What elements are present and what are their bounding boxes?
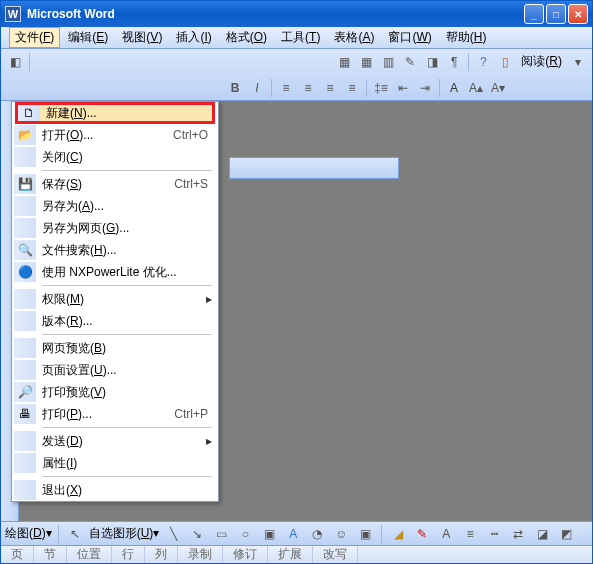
arrow-icon[interactable]: ↘ — [187, 524, 207, 544]
menu-separator — [42, 476, 212, 477]
title-text: Microsoft Word — [27, 7, 115, 21]
separator — [271, 79, 272, 97]
menu-w[interactable]: 窗口(W) — [382, 27, 437, 48]
shadow-icon[interactable]: ◪ — [532, 524, 552, 544]
menu-separator — [42, 427, 212, 428]
menu-item-S[interactable]: 💾保存(S)Ctrl+S — [12, 173, 218, 195]
menu-t[interactable]: 工具(T) — [275, 27, 326, 48]
help-icon[interactable]: ? — [473, 52, 493, 72]
indent-left-icon[interactable]: ⇤ — [393, 78, 413, 98]
menu-i[interactable]: 插入(I) — [170, 27, 217, 48]
separator — [381, 525, 382, 543]
font-color-draw-icon[interactable]: A — [436, 524, 456, 544]
separator — [439, 79, 440, 97]
dash-style-icon[interactable]: ┅ — [484, 524, 504, 544]
picture-icon[interactable]: ▣ — [355, 524, 375, 544]
rectangle-icon[interactable]: ▭ — [211, 524, 231, 544]
menu-item-P[interactable]: 🖶打印(P)...Ctrl+P — [12, 403, 218, 425]
draw-menu-button[interactable]: 绘图(D)▾ — [5, 525, 52, 542]
fill-color-icon[interactable]: ◢ — [388, 524, 408, 544]
menu-item-label: 保存(S) — [42, 176, 168, 193]
submenu-arrow-icon: ▶ — [206, 295, 212, 304]
menubar: 文件(F)编辑(E)视图(V)插入(I)格式(O)工具(T)表格(A)窗口(W)… — [1, 27, 592, 49]
grow-font-icon[interactable]: A▴ — [466, 78, 486, 98]
menu-item-N[interactable]: 🗋新建(N)... — [15, 102, 215, 124]
dropdown-icon[interactable]: ▾ — [568, 52, 588, 72]
columns-icon[interactable]: ▥ — [378, 52, 398, 72]
menu-item-I[interactable]: 属性(I) — [12, 452, 218, 474]
italic-button[interactable]: I — [247, 78, 267, 98]
menu-item-H[interactable]: 🔍文件搜索(H)... — [12, 239, 218, 261]
bold-button[interactable]: B — [225, 78, 245, 98]
toolbar-placeholder-icon[interactable]: ◧ — [5, 52, 25, 72]
select-objects-icon[interactable]: ↖ — [65, 524, 85, 544]
menu-item-O[interactable]: 📂打开(O)...Ctrl+O — [12, 124, 218, 146]
menu-item-label: 版本(R)... — [42, 313, 212, 330]
line-icon[interactable]: ╲ — [163, 524, 183, 544]
close-button[interactable]: ✕ — [568, 4, 588, 24]
line-color-icon[interactable]: ✎ — [412, 524, 432, 544]
menu-item-label: 发送(D) — [42, 433, 200, 450]
menu-item-D[interactable]: 发送(D)▶ — [12, 430, 218, 452]
menu-item-label: 属性(I) — [42, 455, 212, 472]
print-icon: 🖶 — [14, 404, 36, 424]
floating-toolbar[interactable] — [229, 157, 399, 179]
autoshapes-menu-button[interactable]: 自选图形(U)▾ — [89, 525, 160, 542]
menu-item-V[interactable]: 🔎打印预览(V) — [12, 381, 218, 403]
line-style-icon[interactable]: ≡ — [460, 524, 480, 544]
menu-item-label: 网页预览(B) — [42, 340, 212, 357]
textbox-icon[interactable]: ▣ — [259, 524, 279, 544]
menu-item-shortcut: Ctrl+P — [174, 407, 208, 421]
menu-item-label: 另存为网页(G)... — [42, 220, 212, 237]
menu-o[interactable]: 格式(O) — [220, 27, 273, 48]
shrink-font-icon[interactable]: A▾ — [488, 78, 508, 98]
menu-separator — [42, 170, 212, 171]
drawing-toggle-icon[interactable]: ✎ — [400, 52, 420, 72]
align-center-icon[interactable]: ≡ — [298, 78, 318, 98]
maximize-button[interactable]: □ — [546, 4, 566, 24]
menu-item-C[interactable]: 关闭(C) — [12, 146, 218, 168]
blank-icon — [14, 431, 36, 451]
table-icon[interactable]: ▦ — [334, 52, 354, 72]
menu-item-U[interactable]: 页面设置(U)... — [12, 359, 218, 381]
menu-item-B[interactable]: 网页预览(B) — [12, 337, 218, 359]
menu-v[interactable]: 视图(V) — [116, 27, 168, 48]
align-left-icon[interactable]: ≡ — [276, 78, 296, 98]
menu-a[interactable]: 表格(A) — [328, 27, 380, 48]
menu-item-A[interactable]: 另存为(A)... — [12, 195, 218, 217]
blank-icon — [14, 453, 36, 473]
show-all-icon[interactable]: ¶ — [444, 52, 464, 72]
align-justify-icon[interactable]: ≡ — [342, 78, 362, 98]
font-color-icon[interactable]: A — [444, 78, 464, 98]
status-cell: 页 — [1, 546, 34, 563]
excel-icon[interactable]: ▦ — [356, 52, 376, 72]
menu-h[interactable]: 帮助(H) — [440, 27, 493, 48]
menu-item-使用 NXPowerLite 优化...[interactable]: 🔵使用 NXPowerLite 优化... — [12, 261, 218, 283]
clipart-icon[interactable]: ☺ — [331, 524, 351, 544]
docmap-icon[interactable]: ◨ — [422, 52, 442, 72]
menu-item-label: 退出(X) — [42, 482, 212, 499]
menu-item-R[interactable]: 版本(R)... — [12, 310, 218, 332]
wordart-icon[interactable]: A — [283, 524, 303, 544]
submenu-arrow-icon: ▶ — [206, 437, 212, 446]
status-cell: 列 — [145, 546, 178, 563]
separator — [29, 53, 30, 71]
diagram-icon[interactable]: ◔ — [307, 524, 327, 544]
arrow-style-icon[interactable]: ⇄ — [508, 524, 528, 544]
minimize-button[interactable]: _ — [524, 4, 544, 24]
menu-e[interactable]: 编辑(E) — [62, 27, 114, 48]
menu-f[interactable]: 文件(F) — [9, 27, 60, 48]
indent-right-icon[interactable]: ⇥ — [415, 78, 435, 98]
3d-icon[interactable]: ◩ — [556, 524, 576, 544]
menu-item-M[interactable]: 权限(M)▶ — [12, 288, 218, 310]
file-menu-dropdown: 🗋新建(N)...📂打开(O)...Ctrl+O关闭(C)💾保存(S)Ctrl+… — [11, 101, 219, 502]
blank-icon — [14, 360, 36, 380]
oval-icon[interactable]: ○ — [235, 524, 255, 544]
book-icon[interactable]: ▯ — [495, 52, 515, 72]
menu-item-G[interactable]: 另存为网页(G)... — [12, 217, 218, 239]
menu-item-label: 新建(N)... — [46, 105, 208, 122]
align-right-icon[interactable]: ≡ — [320, 78, 340, 98]
line-spacing-icon[interactable]: ‡≡ — [371, 78, 391, 98]
menu-item-X[interactable]: 退出(X) — [12, 479, 218, 501]
read-button[interactable]: 阅读(R) — [517, 53, 566, 70]
